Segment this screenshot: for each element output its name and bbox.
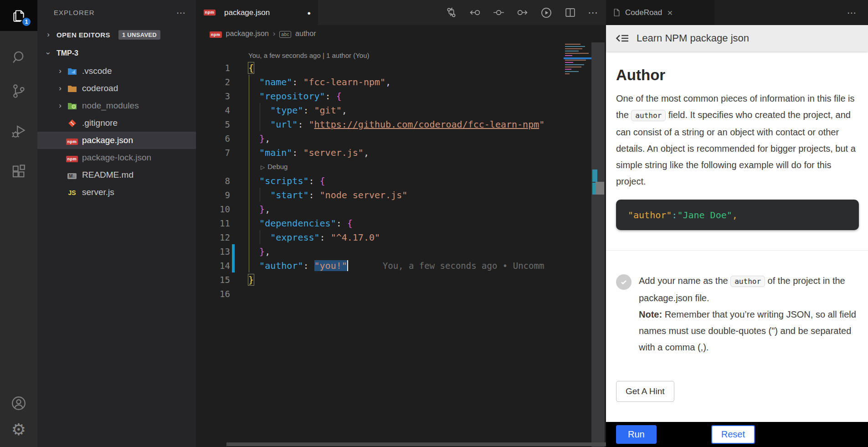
play-outline-icon — [261, 163, 265, 170]
code-line-4[interactable]: 4 "type": "git", — [196, 103, 606, 117]
overview-decoration — [592, 170, 597, 182]
code-line-8[interactable]: 8 "scripts": { — [196, 174, 606, 188]
tab-coderoad[interactable]: CodeRoad — [606, 0, 714, 25]
reset-button[interactable]: Reset — [711, 425, 755, 444]
bracket-guide — [249, 75, 249, 272]
record-step-icon[interactable] — [493, 6, 505, 19]
unsaved-badge: 1 UNSAVED — [118, 30, 160, 40]
run-debug-icon[interactable] — [0, 111, 37, 151]
divider — [606, 250, 868, 251]
code-line-9[interactable]: 9 "start": "node server.js" — [196, 188, 606, 202]
indent-guide — [260, 103, 260, 131]
modified-dot-icon — [307, 9, 311, 17]
run-button[interactable]: Run — [616, 425, 657, 444]
lesson-paragraph: One of the most common pieces of informa… — [616, 90, 859, 190]
minimap[interactable] — [564, 42, 591, 447]
workspace-root-folder[interactable]: TMP-3 — [37, 44, 196, 62]
explorer-more-actions-icon[interactable] — [176, 7, 186, 18]
line-number: 1 — [196, 63, 230, 73]
line-number: 15 — [196, 275, 230, 285]
activity-bar: 1 — [0, 0, 37, 447]
code-line-6[interactable]: 6 }, — [196, 131, 606, 145]
gutter — [232, 287, 235, 301]
line-number: 5 — [196, 119, 230, 129]
account-icon[interactable] — [0, 393, 37, 413]
line-number: 2 — [196, 77, 230, 87]
npm-file-icon — [203, 10, 216, 15]
horizontal-scrollbar[interactable] — [226, 442, 606, 446]
code-editor[interactable]: You, a few seconds ago | 1 author (You) … — [196, 42, 606, 301]
unsaved-count-badge: 1 — [21, 17, 31, 27]
explorer-title: EXPLORER — [54, 9, 95, 16]
code-line-14[interactable]: 14 "author": "you!"You, a few seconds ag… — [196, 258, 606, 272]
collapse-menu-icon[interactable] — [615, 32, 630, 45]
search-icon[interactable] — [0, 44, 37, 71]
task-item: Add your name as the author of the proje… — [616, 272, 859, 355]
markdown-icon — [66, 170, 78, 180]
file-tree: .vscodecoderoadnode_modules.gitignorepac… — [37, 62, 196, 201]
get-hint-button[interactable]: Get A Hint — [616, 381, 674, 402]
file-tree-item-server-js[interactable]: server.js — [37, 184, 196, 201]
overview-ruler[interactable] — [591, 42, 605, 447]
codelens-authors[interactable]: You, a few seconds ago | 1 author (You) — [196, 42, 606, 61]
code-line-10[interactable]: 10 }, — [196, 202, 606, 216]
file-tree-item-package-lock-json[interactable]: package-lock.json — [37, 149, 196, 166]
navigate-back-icon[interactable] — [469, 6, 481, 19]
line-number: 12 — [196, 232, 230, 242]
close-icon[interactable] — [667, 7, 673, 18]
codelens-debug[interactable]: Debug — [196, 159, 606, 174]
tab-label: package.json — [224, 8, 270, 17]
code-line-5[interactable]: 5 "url": "https://github.com/coderoad/fc… — [196, 117, 606, 131]
explorer-sidebar: EXPLORER OPEN EDITORS 1 UNSAVED TMP-3 .v… — [37, 0, 196, 447]
open-editors-section[interactable]: OPEN EDITORS 1 UNSAVED — [37, 25, 196, 44]
code-line-11[interactable]: 11 "dependencies": { — [196, 216, 606, 230]
compare-changes-icon[interactable] — [445, 6, 457, 19]
breadcrumb-file[interactable]: package.json — [226, 30, 269, 38]
navigate-forward-icon[interactable] — [516, 6, 529, 19]
js-icon — [66, 187, 78, 197]
file-tree-item--vscode[interactable]: .vscode — [37, 62, 196, 80]
code-line-1[interactable]: 1{ — [196, 61, 606, 75]
code-line-12[interactable]: 12 "express": "^4.17.0" — [196, 230, 606, 244]
vscode-window: 1 EXPLORER OPEN EDITORS 1 UNSA — [0, 0, 868, 447]
line-number: 14 — [196, 261, 230, 271]
explorer-activity-button[interactable]: 1 — [0, 0, 37, 31]
code-line-16[interactable]: 16 — [196, 287, 606, 301]
file-tree-item-README-md[interactable]: README.md — [37, 166, 196, 184]
editor-group: package.json package.json author You, a … — [196, 0, 606, 447]
more-actions-icon[interactable] — [588, 7, 598, 19]
code-line-15[interactable]: 15} — [196, 272, 606, 287]
chevron-down-icon — [43, 49, 54, 58]
line-number: 7 — [196, 148, 230, 158]
settings-gear-icon[interactable] — [0, 420, 37, 440]
extensions-icon[interactable] — [0, 151, 37, 191]
root-folder-label: TMP-3 — [56, 49, 78, 57]
file-tree-item-package-json[interactable]: package.json — [37, 132, 196, 149]
text-cursor — [347, 260, 348, 271]
source-control-icon[interactable] — [0, 71, 37, 111]
split-editor-icon[interactable] — [564, 6, 576, 19]
file-tree-item-node-modules[interactable]: node_modules — [37, 97, 196, 114]
panel-more-actions-icon[interactable] — [847, 7, 868, 18]
tutorial-title: Learn NPM package json — [637, 32, 749, 44]
task-check-icon — [616, 274, 632, 290]
chevron-right-icon[interactable] — [55, 84, 66, 93]
code-line-2[interactable]: 2 "name": "fcc-learn-npm", — [196, 75, 606, 89]
chevron-right-icon[interactable] — [55, 101, 66, 110]
code-line-7[interactable]: 7 "main": "server.js", — [196, 145, 606, 159]
file-tree-item--gitignore[interactable]: .gitignore — [37, 114, 196, 132]
breadcrumb[interactable]: package.json author — [196, 25, 606, 42]
code-line-13[interactable]: 13 }, — [196, 244, 606, 258]
panel-tab-bar: CodeRoad — [606, 0, 868, 25]
line-number: 8 — [196, 176, 230, 186]
line-number: 11 — [196, 218, 230, 228]
line-number: 4 — [196, 105, 230, 115]
code-line-3[interactable]: 3 "repository": { — [196, 89, 606, 103]
breadcrumb-symbol[interactable]: author — [295, 30, 316, 38]
file-name: node_modules — [82, 101, 139, 111]
tab-package-json[interactable]: package.json — [196, 0, 318, 25]
line-number: 13 — [196, 247, 230, 257]
run-file-icon[interactable] — [540, 6, 553, 19]
chevron-right-icon[interactable] — [55, 67, 66, 76]
file-tree-item-coderoad[interactable]: coderoad — [37, 80, 196, 97]
